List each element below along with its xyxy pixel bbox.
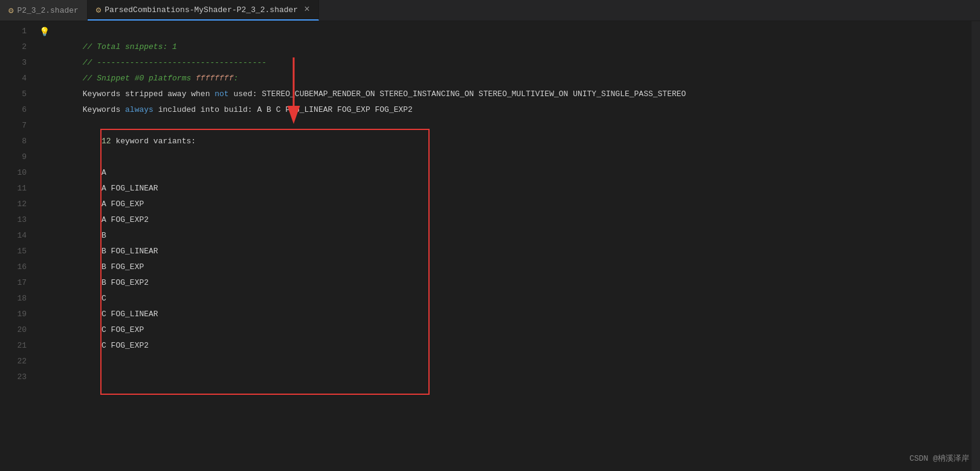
gutter-item-5 — [36, 86, 52, 102]
gutter-item-10 — [36, 165, 52, 181]
code-line-15: B FOG_EXP — [52, 244, 972, 259]
code-variant-c-fog-linear: C FOG_LINEAR — [83, 310, 158, 319]
code-content: // Total snippets: 1 // ----------------… — [52, 21, 972, 471]
gutter-item-2 — [36, 39, 52, 55]
code-variant-a-fog-linear: A FOG_LINEAR — [83, 184, 158, 193]
gutter: 💡 — [36, 21, 52, 471]
line-num-16: 16 — [0, 259, 27, 275]
gutter-item-11 — [36, 181, 52, 197]
gutter-item-3 — [36, 55, 52, 71]
gutter-item-20 — [36, 322, 52, 338]
gutter-item-7 — [36, 118, 52, 134]
gutter-item-23 — [36, 369, 52, 385]
gutter-item-18 — [36, 291, 52, 307]
code-variant-b-fog-exp2: B FOG_EXP2 — [83, 278, 149, 287]
gutter-item-16 — [36, 259, 52, 275]
watermark: CSDN @柟溪泽岸 — [909, 453, 969, 464]
code-variant-b-fog-exp: B FOG_EXP — [83, 262, 144, 271]
line-num-14: 14 — [0, 228, 27, 244]
line-num-1: 1 — [0, 24, 27, 39]
code-line-11: A FOG_EXP — [52, 181, 972, 197]
code-line-2: // ------------------------------------ — [52, 39, 972, 55]
line-num-15: 15 — [0, 244, 27, 259]
gutter-item-13 — [36, 212, 52, 228]
line-num-10: 10 — [0, 165, 27, 181]
line-num-3: 3 — [0, 55, 27, 71]
gutter-item-6 — [36, 102, 52, 118]
code-keywords-stripped: Keywords stripped away when not used: ST… — [83, 89, 686, 99]
code-comment-total: // Total snippets: 1 — [83, 42, 177, 51]
line-num-7: 7 — [0, 118, 27, 134]
gutter-item-22 — [36, 354, 52, 369]
line-numbers: 1 2 3 4 5 6 7 8 9 10 11 12 13 14 15 16 1… — [0, 21, 36, 471]
code-line-10: A FOG_LINEAR — [52, 165, 972, 181]
tab-parsed-combinations[interactable]: ⚙ ParsedCombinations-MyShader-P2_3_2.sha… — [88, 0, 319, 21]
tab-bar: ⚙ P2_3_2.shader ⚙ ParsedCombinations-MyS… — [0, 0, 980, 21]
editor-area: 1 2 3 4 5 6 7 8 9 10 11 12 13 14 15 16 1… — [0, 21, 980, 471]
gutter-item-19 — [36, 307, 52, 322]
tab-gear-icon-1: ⚙ — [8, 5, 13, 16]
line-num-13: 13 — [0, 212, 27, 228]
line-num-11: 11 — [0, 181, 27, 197]
gutter-item-17 — [36, 275, 52, 291]
code-variant-c: C — [83, 294, 106, 303]
code-line-20: C FOG_EXP2 — [52, 322, 972, 338]
code-variant-a-fog-exp2: A FOG_EXP2 — [83, 215, 149, 224]
code-line-1: // Total snippets: 1 — [52, 24, 972, 39]
code-line-23 — [52, 369, 972, 385]
code-line-21 — [52, 338, 972, 354]
line-num-8: 8 — [0, 134, 27, 149]
gutter-item-1[interactable]: 💡 — [36, 24, 52, 39]
gutter-item-8 — [36, 134, 52, 149]
line-num-6: 6 — [0, 102, 27, 118]
gutter-item-4 — [36, 71, 52, 86]
code-variant-a: A — [83, 168, 106, 177]
line-num-12: 12 — [0, 197, 27, 212]
line-num-20: 20 — [0, 322, 27, 338]
code-line-16: B FOG_EXP2 — [52, 259, 972, 275]
code-line-7: 12 keyword variants: — [52, 118, 972, 134]
tab-label-1: P2_3_2.shader — [17, 6, 78, 15]
code-line-9: A — [52, 149, 972, 165]
code-variant-a-fog-exp: A FOG_EXP — [83, 200, 144, 209]
tab-close-button[interactable]: × — [304, 5, 310, 15]
gutter-item-14 — [36, 228, 52, 244]
gutter-item-21 — [36, 338, 52, 354]
bulb-icon: 💡 — [39, 27, 50, 37]
line-num-22: 22 — [0, 354, 27, 369]
gutter-item-15 — [36, 244, 52, 259]
code-variant-c-fog-exp: C FOG_EXP — [83, 325, 144, 334]
code-line-22 — [52, 354, 972, 369]
code-comment-dash: // ------------------------------------ — [83, 58, 266, 67]
line-num-23: 23 — [0, 369, 27, 385]
code-line-13: B — [52, 212, 972, 228]
code-line-17: C — [52, 275, 972, 291]
gutter-item-12 — [36, 197, 52, 212]
line-num-21: 21 — [0, 338, 27, 354]
code-variants-header: 12 keyword variants: — [83, 137, 196, 146]
line-num-9: 9 — [0, 149, 27, 165]
gutter-item-9 — [36, 149, 52, 165]
code-line-18: C FOG_LINEAR — [52, 291, 972, 307]
line-num-17: 17 — [0, 275, 27, 291]
code-comment-snippet: // Snippet #0 platforms ffffffff: — [83, 74, 238, 83]
code-variant-b-fog-linear: B FOG_LINEAR — [83, 247, 158, 256]
code-variant-c-fog-exp2: C FOG_EXP2 — [83, 341, 149, 350]
line-num-4: 4 — [0, 71, 27, 86]
tab-p2-shader[interactable]: ⚙ P2_3_2.shader — [0, 0, 88, 21]
tab-gear-icon-2: ⚙ — [96, 5, 101, 15]
tab-label-2: ParsedCombinations-MyShader-P2_3_2.shade… — [105, 5, 298, 15]
code-variant-b: B — [83, 231, 106, 240]
line-num-18: 18 — [0, 291, 27, 307]
code-line-14: B FOG_LINEAR — [52, 228, 972, 244]
code-keywords-always: Keywords always included into build: A B… — [83, 105, 413, 114]
line-num-5: 5 — [0, 86, 27, 102]
line-num-19: 19 — [0, 307, 27, 322]
code-line-19: C FOG_EXP — [52, 307, 972, 322]
scrollbar-track[interactable] — [972, 21, 980, 471]
line-num-2: 2 — [0, 39, 27, 55]
code-line-12: A FOG_EXP2 — [52, 197, 972, 212]
